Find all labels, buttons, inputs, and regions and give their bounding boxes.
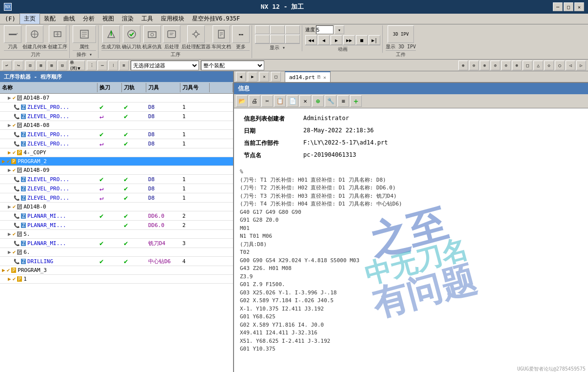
tree-row[interactable]: ▶✔GAD14B-0 — [0, 203, 233, 211]
info-paste-btn[interactable]: 📄 — [287, 95, 298, 107]
rt-btn10[interactable]: ○ — [555, 61, 565, 70]
speed-dropdown[interactable]: ▾ — [334, 25, 344, 34]
tree-row[interactable]: 📞ZDRILLING✔✔中心钻D64 — [0, 257, 233, 266]
tree-body[interactable]: ▶✔GAD14B-07📞ZZLEVEL_PRO...✔✔D81📞ZZLEVEL_… — [0, 94, 233, 372]
create-geometry-button[interactable] — [26, 25, 43, 43]
menu-render[interactable]: 渲染 — [118, 14, 137, 24]
tree-row[interactable]: 📞ZZLEVEL_PRO...↵✔D81 — [0, 193, 233, 203]
rt-btn5[interactable]: ⊙ — [501, 61, 511, 70]
tree-row[interactable]: 📞ZPLANAR_MI...✔DD6.02 — [0, 221, 233, 230]
info-zoom-btn[interactable]: ⊕ — [312, 95, 324, 107]
tree-row[interactable]: ▶✔P4-_COPY — [0, 148, 233, 157]
tree-row[interactable]: 📞ZZLEVEL_PRO...↵✔D81 — [0, 184, 233, 193]
info-cut-btn[interactable]: ✂ — [261, 95, 273, 107]
tree-row[interactable]: ▶✔GAD14B-07 — [0, 94, 233, 103]
display-3d-button[interactable]: 3D IPV — [388, 25, 414, 43]
snap-btn[interactable]: ⊡ — [25, 61, 35, 70]
tree-row[interactable]: 📞ZZLEVEL_PRO...✔✔D81 — [0, 130, 233, 139]
display-btn-1[interactable] — [255, 25, 270, 34]
menu-view[interactable]: 视图 — [98, 14, 118, 24]
rt-btn12[interactable]: ▷ — [576, 61, 586, 70]
create-operation-button[interactable] — [49, 25, 66, 43]
tree-row[interactable]: ▶✔PPROGRAM_3 — [0, 266, 233, 275]
rt-btn11[interactable]: ◁ — [566, 61, 575, 70]
tree-row[interactable]: ▶✔G6. — [0, 248, 233, 257]
tab-nav-right[interactable]: ▶ — [248, 72, 257, 82]
postprocess-config-button[interactable] — [187, 25, 205, 43]
rt-btn1[interactable]: ⊕ — [458, 61, 468, 70]
menu-home[interactable]: 主页 — [20, 13, 40, 24]
snap-btn3[interactable]: ⊞ — [47, 61, 57, 70]
menu-curve[interactable]: 曲线 — [59, 14, 79, 24]
rt-btn8[interactable]: △ — [533, 61, 543, 70]
tree-row[interactable]: ▶✔G5. — [0, 230, 233, 239]
tree-row[interactable]: 📞ZPLANAR_MI...✔✔DD6.02 — [0, 211, 233, 221]
prev-button[interactable]: ◀ — [318, 35, 330, 45]
tree-row[interactable]: ▶✔PPROGRAM_2 — [0, 157, 233, 166]
machine-sim-button[interactable] — [143, 25, 161, 43]
display-btn-2[interactable] — [270, 25, 285, 34]
snap-btn2[interactable]: ⊠ — [36, 61, 46, 70]
speed-input[interactable] — [316, 25, 333, 34]
rt-btn3[interactable]: ⊗ — [480, 61, 490, 70]
tab-restore[interactable]: □ — [271, 72, 281, 82]
play-button[interactable]: ▶ — [331, 35, 342, 45]
stop-button[interactable]: ■ — [356, 35, 368, 45]
close-button[interactable]: ✕ — [574, 2, 584, 11]
maximize-button[interactable]: □ — [564, 2, 573, 11]
rewind-button[interactable]: ◀◀ — [305, 35, 317, 45]
filter-select[interactable]: 无选择过滤器 — [131, 61, 199, 70]
tree-row[interactable]: 📞ZZLEVEL_PRO...✔✔D81 — [0, 103, 233, 112]
tree-row[interactable]: ▶✔GAD14B-09 — [0, 166, 233, 175]
more-button[interactable]: ⋯ — [232, 25, 250, 43]
display-btn-3[interactable] — [285, 25, 300, 34]
shop-doc-button[interactable] — [213, 25, 230, 43]
mode-btn2[interactable]: ⋯ — [98, 61, 107, 70]
tab-close-all[interactable]: ✕ — [259, 72, 269, 82]
minimize-button[interactable]: ─ — [553, 2, 563, 11]
display-btn-4[interactable] — [255, 35, 270, 43]
menu-plugin[interactable]: 星空外挂V6.935F — [188, 14, 244, 24]
tree-row[interactable]: 📞ZZLEVEL_PRO...↵✔D81 — [0, 112, 233, 121]
assembly-select[interactable]: 整个装配 — [201, 61, 264, 70]
tree-row[interactable]: ▶✔GAD14B-08 — [0, 121, 233, 130]
tree-row[interactable]: ▶✔P1 — [0, 275, 233, 284]
menu-m-button[interactable]: 单(M)▼ — [69, 61, 85, 70]
info-copy-btn[interactable]: 📋 — [274, 95, 286, 107]
info-print-btn[interactable]: 🖨 — [249, 95, 260, 107]
tab-ad14[interactable]: ad14.prt 🖹 ✕ — [285, 71, 331, 82]
info-list-btn[interactable]: ≡ — [337, 95, 349, 107]
rt-btn4[interactable]: ⊘ — [490, 61, 500, 70]
info-settings-btn[interactable]: 🔧 — [325, 95, 336, 107]
snap-btn4[interactable]: ⊟ — [58, 61, 67, 70]
menu-appmodule[interactable]: 应用模块 — [157, 14, 188, 24]
mode-btn3[interactable]: ⁝ — [108, 61, 118, 70]
redo-button[interactable]: ↪ — [14, 61, 23, 70]
undo-button[interactable]: ↩ — [2, 61, 12, 70]
tree-row[interactable]: 📞ZZLEVEL_PRO...↵✔D81 — [0, 139, 233, 148]
mode-btn4[interactable]: ≡ — [119, 61, 129, 70]
display-btn-6[interactable] — [285, 35, 300, 43]
tab-nav-left[interactable]: ◀ — [236, 72, 246, 82]
info-open-btn[interactable]: 📂 — [236, 95, 248, 107]
tab-close-button[interactable]: ✕ — [323, 75, 326, 80]
step-button[interactable]: ▶| — [369, 35, 380, 45]
next-button[interactable]: ▶▶ — [343, 35, 355, 45]
rt-btn6[interactable]: ⊚ — [512, 61, 522, 70]
info-close-btn[interactable]: ✕ — [299, 95, 311, 107]
display-btn-5[interactable] — [270, 35, 285, 43]
menu-file[interactable]: (F) — [1, 15, 20, 23]
rt-btn7[interactable]: □ — [523, 61, 532, 70]
menu-analysis[interactable]: 分析 — [79, 14, 98, 24]
menu-assembly[interactable]: 装配 — [40, 14, 59, 24]
tree-row[interactable]: 📞ZPLANAR_MI...✔✔铣刀D43 — [0, 239, 233, 248]
menu-tools[interactable]: 工具 — [137, 14, 157, 24]
generate-toolpath-button[interactable] — [102, 25, 120, 43]
knife-tool-button[interactable] — [4, 25, 21, 43]
properties-button[interactable] — [73, 25, 96, 43]
mode-btn1[interactable]: ⋮ — [87, 61, 97, 70]
info-add-btn[interactable]: + — [350, 95, 362, 107]
verify-toolpath-button[interactable] — [123, 25, 140, 43]
postprocess-button[interactable] — [163, 25, 180, 43]
rt-btn9[interactable]: ◇ — [544, 61, 554, 70]
